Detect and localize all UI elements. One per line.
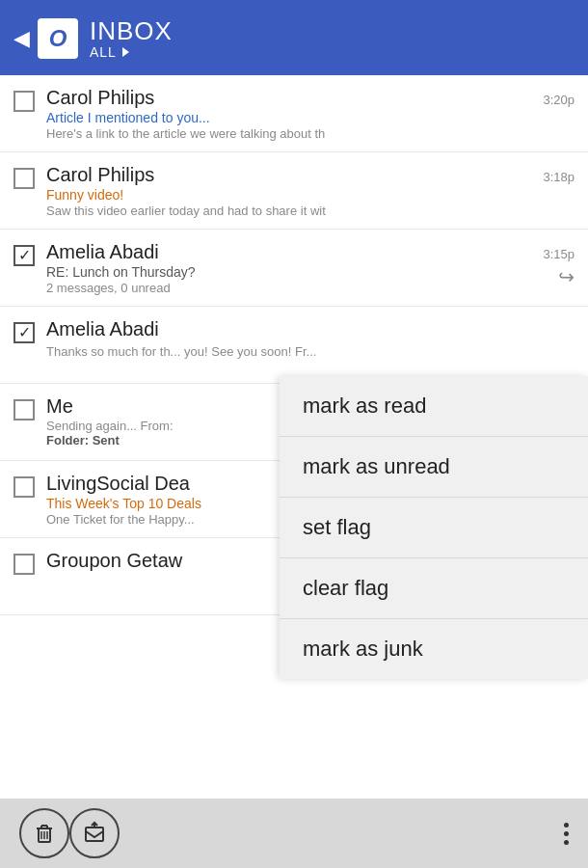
subject-2: Funny video! [46, 187, 535, 203]
inbox-filter[interactable]: ALL [90, 44, 117, 60]
more-button[interactable] [564, 808, 569, 858]
checkmark-4: ✓ [18, 325, 31, 340]
preview-4: Thanks so much for th... you! See you so… [46, 344, 575, 359]
checkbox-3[interactable]: ✓ [13, 245, 35, 266]
context-menu: mark as read mark as unread set flag cle… [280, 376, 588, 679]
sender-2: Carol Philips [46, 164, 535, 186]
checkbox-2[interactable] [13, 168, 35, 189]
time-2: 3:18p [543, 170, 575, 184]
back-button[interactable]: ◀ [13, 26, 30, 51]
email-meta-3: 3:15p ↩ [535, 241, 575, 288]
email-item-4[interactable]: ✓ Amelia Abadi Thanks so much for th... … [0, 307, 588, 384]
preview-1: Here's a link to the article we were tal… [46, 126, 535, 141]
outlook-icon: O [38, 18, 78, 59]
context-mark-junk[interactable]: mark as junk [280, 619, 588, 679]
context-mark-read[interactable]: mark as read [280, 376, 588, 437]
subject-1: Article I mentioned to you... [46, 110, 535, 125]
email-content-4: Amelia Abadi Thanks so much for th... yo… [46, 318, 575, 359]
context-set-flag[interactable]: set flag [280, 498, 588, 558]
checkbox-6[interactable] [13, 476, 35, 498]
dot-1 [564, 823, 569, 827]
sender-3: Amelia Abadi [46, 241, 535, 263]
email-meta-1: 3:20p [535, 87, 575, 107]
reply-icon-3: ↩ [558, 265, 575, 288]
context-clear-flag[interactable]: clear flag [280, 558, 588, 619]
header-text: INBOX ALL [90, 17, 173, 61]
time-3: 3:15p [543, 247, 575, 261]
bottom-bar [0, 799, 588, 868]
move-icon [82, 821, 107, 846]
header-subtitle-row: ALL [90, 44, 173, 60]
checkbox-5[interactable] [13, 399, 35, 420]
email-meta-2: 3:18p [535, 164, 575, 184]
email-content-2: Carol Philips Funny video! Saw this vide… [46, 164, 535, 218]
checkmark-3: ✓ [18, 248, 31, 263]
header: ◀ O INBOX ALL [0, 0, 588, 75]
filter-dropdown-icon[interactable] [122, 47, 129, 57]
subject-3: RE: Lunch on Thursday? [46, 264, 535, 280]
trash-icon [32, 821, 57, 846]
checkbox-7[interactable] [13, 554, 35, 575]
context-mark-unread[interactable]: mark as unread [280, 437, 588, 498]
preview-2: Saw this video earlier today and had to … [46, 203, 535, 218]
dot-3 [564, 840, 569, 845]
email-item-3[interactable]: ✓ Amelia Abadi RE: Lunch on Thursday? 2 … [0, 230, 588, 307]
email-item-2[interactable]: Carol Philips Funny video! Saw this vide… [0, 152, 588, 230]
dot-2 [564, 831, 569, 836]
move-button[interactable] [69, 808, 120, 858]
delete-button[interactable] [19, 808, 69, 858]
inbox-title: INBOX [90, 17, 173, 45]
time-1: 3:20p [543, 93, 575, 107]
email-content-1: Carol Philips Article I mentioned to you… [46, 87, 535, 141]
sender-1: Carol Philips [46, 87, 535, 109]
email-content-3: Amelia Abadi RE: Lunch on Thursday? 2 me… [46, 241, 535, 295]
sender-4: Amelia Abadi [46, 318, 575, 340]
checkbox-4[interactable]: ✓ [13, 322, 35, 343]
preview-3: 2 messages, 0 unread [46, 281, 535, 295]
checkbox-1[interactable] [13, 91, 35, 112]
email-item-1[interactable]: Carol Philips Article I mentioned to you… [0, 75, 588, 152]
